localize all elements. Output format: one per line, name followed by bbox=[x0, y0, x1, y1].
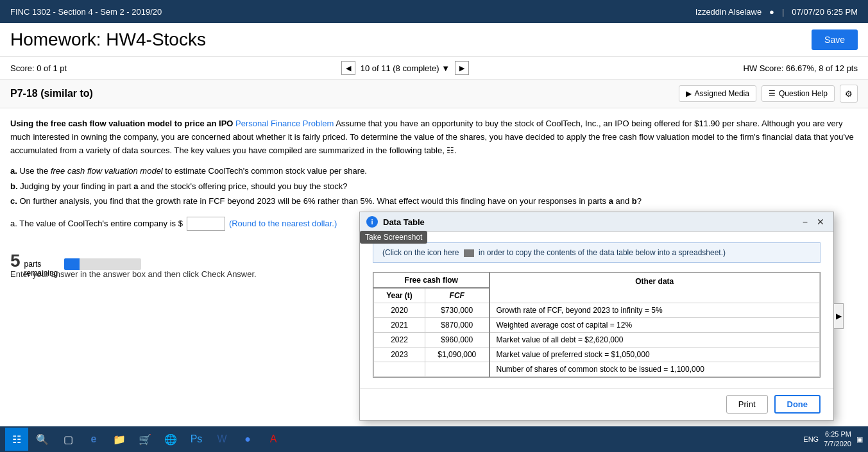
part-b-text: b. Judging by your finding in part a and… bbox=[10, 179, 858, 194]
part-a-text: a. Use the free cash flow valuation mode… bbox=[10, 163, 858, 178]
progress-fill bbox=[64, 258, 80, 270]
other-data-header: Other data bbox=[489, 273, 820, 288]
answer-label: a. The value of CoolTech's entire compan… bbox=[10, 219, 183, 228]
settings-button[interactable]: ⚙ bbox=[840, 85, 858, 103]
modal-title: Data Table bbox=[383, 217, 425, 227]
next-question-button[interactable]: ▶ bbox=[455, 61, 469, 75]
remaining-label: remaining bbox=[24, 269, 58, 278]
username: Izzeddin Alselawe bbox=[695, 7, 762, 17]
minimize-button[interactable]: − bbox=[800, 217, 810, 227]
question-id: P7-18 (similar to) bbox=[10, 88, 93, 99]
info-icon: i bbox=[366, 216, 378, 228]
divider: | bbox=[782, 7, 784, 17]
question-help-button[interactable]: ☰ Question Help bbox=[762, 85, 835, 102]
score-label: Score: 0 of 1 pt bbox=[10, 63, 67, 73]
modal-titlebar: i Data Table − ✕ bbox=[360, 212, 833, 232]
problem-parts: a. Use the free cash flow valuation mode… bbox=[10, 163, 858, 208]
datetime: 07/07/20 6:25 PM bbox=[792, 7, 858, 17]
modal-title-area: i Data Table bbox=[366, 216, 425, 228]
part-c-text: c. On further analysis, you find that th… bbox=[10, 194, 858, 208]
page-title: Homework: HW4-Stocks bbox=[10, 29, 206, 50]
finance-label: Personal Finance Problem bbox=[235, 119, 334, 128]
hw-score-label: HW Score: 66.67%, 8 of 12 pts bbox=[744, 63, 858, 73]
grid-icon: ☷ bbox=[447, 146, 454, 155]
close-button[interactable]: ✕ bbox=[814, 217, 827, 227]
list-icon: ☰ bbox=[769, 89, 776, 98]
data-table-wrapper: Free cash flow Other data Year (t) FCF 2… bbox=[373, 272, 821, 288]
assigned-media-button[interactable]: ▶ Assigned Media bbox=[679, 85, 756, 102]
page-header: Homework: HW4-Stocks Save bbox=[0, 23, 868, 57]
problem-intro: Using the free cash flow valuation model… bbox=[10, 119, 233, 128]
user-icon: ● bbox=[769, 7, 774, 17]
parts-label: parts bbox=[24, 260, 58, 269]
prev-question-button[interactable]: ◀ bbox=[341, 61, 355, 75]
user-info: Izzeddin Alselawe ● | 07/07/20 6:25 PM bbox=[695, 7, 858, 17]
save-button[interactable]: Save bbox=[812, 29, 858, 50]
copy-spreadsheet-icon bbox=[464, 249, 474, 257]
problem-text: Using the free cash flow valuation model… bbox=[10, 117, 858, 157]
course-label: FINC 1302 - Section 4 - Sem 2 - 2019/20 bbox=[10, 7, 162, 17]
score-bar: Score: 0 of 1 pt ◀ 10 of 11 (8 complete)… bbox=[0, 57, 868, 80]
dropdown-icon[interactable]: ▼ bbox=[441, 63, 450, 73]
modal-body: (Click on the icon here in order to copy… bbox=[360, 232, 833, 288]
screenshot-tooltip: Take Screenshot bbox=[360, 231, 427, 244]
table-section-header: Free cash flow bbox=[374, 273, 489, 288]
progress-track bbox=[64, 258, 141, 270]
progress-section: 5 parts remaining bbox=[10, 251, 141, 278]
round-note: (Round to the nearest dollar.) bbox=[229, 219, 337, 228]
answer-input[interactable] bbox=[187, 217, 225, 231]
copy-note: (Click on the icon here in order to copy… bbox=[373, 242, 821, 263]
data-table: Free cash flow Other data Year (t) FCF 2… bbox=[373, 272, 820, 288]
question-tools: ▶ Assigned Media ☰ Question Help ⚙ bbox=[679, 85, 858, 103]
data-table-modal: i Data Table − ✕ Take Screenshot (Click … bbox=[359, 212, 834, 288]
gear-icon: ⚙ bbox=[845, 89, 853, 99]
media-icon: ▶ bbox=[686, 89, 692, 98]
top-bar: FINC 1302 - Section 4 - Sem 2 - 2019/20 … bbox=[0, 0, 868, 23]
score-nav: ◀ 10 of 11 (8 complete) ▼ ▶ bbox=[341, 61, 469, 75]
parts-number: 5 bbox=[10, 251, 21, 271]
question-progress: 10 of 11 (8 complete) ▼ bbox=[361, 63, 450, 73]
modal-controls: − ✕ bbox=[800, 217, 827, 227]
question-header: P7-18 (similar to) ▶ Assigned Media ☰ Qu… bbox=[0, 80, 868, 108]
